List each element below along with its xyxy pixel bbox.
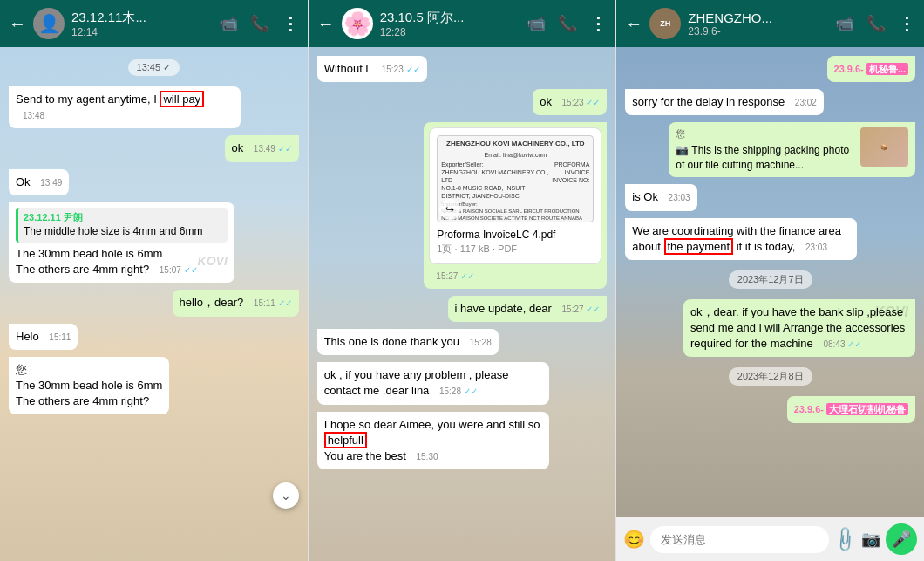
msg-row: We are coordinating with the finance are… bbox=[625, 218, 915, 260]
contact-status-3: 23.9.6- bbox=[688, 25, 828, 38]
msg-row: ZHENGZHOU KOVI MACHINERY CO., LTD Email:… bbox=[317, 122, 608, 288]
pdf-meta: 1页 · 117 kB · PDF bbox=[437, 243, 594, 256]
msg-row: This one is done thank you 15:28 bbox=[317, 329, 608, 355]
msg-row: Ok 13:49 bbox=[9, 169, 299, 195]
msg-row: 您 📷 This is the shipping packing photo o… bbox=[625, 122, 915, 177]
pink-label: 23.9.6- 机秘鲁... bbox=[834, 63, 908, 75]
msg-bubble: Ok 13:49 bbox=[9, 169, 69, 195]
msg-row: hello，dear? 15:11 ✓✓ bbox=[9, 290, 299, 316]
mic-button[interactable]: 🎤 bbox=[886, 523, 917, 555]
back-button-3[interactable]: ← bbox=[625, 14, 642, 34]
msg-row: 您 The 30mm bead hole is 6mm The others a… bbox=[9, 357, 299, 415]
msg-bubble: ok 15:23 ✓✓ bbox=[533, 89, 607, 115]
contact-status-2: 12:28 bbox=[380, 26, 520, 38]
chat-panel-2: ← 🌸 23.10.5 阿尔... 12:28 📹 📞 ⋮ Without L … bbox=[309, 0, 616, 561]
pdf-attachment[interactable]: ZHENGZHOU KOVI MACHINERY CO., LTD Email:… bbox=[429, 127, 601, 263]
msg-bubble: I hope so dear Aimee, you were and still… bbox=[317, 412, 549, 470]
message-input[interactable] bbox=[650, 526, 829, 553]
highlighted-text-payment: the payment bbox=[664, 238, 734, 255]
msg-row: Without L 15:23 ✓✓ bbox=[317, 56, 608, 82]
msg-bubble: We are coordinating with the finance are… bbox=[625, 218, 857, 260]
scroll-down-button[interactable]: ⌄ bbox=[273, 482, 299, 509]
chat-messages-1: 13:45 ✓ Send to my agent anytime, I will… bbox=[0, 47, 308, 561]
msg-bubble: Send to my agent anytime, I will pay 13:… bbox=[9, 86, 241, 128]
msg-row: ok 15:23 ✓✓ bbox=[317, 89, 608, 115]
chat-header-1: ← 👤 23.12.11木... 12:14 📹 📞 ⋮ bbox=[0, 0, 308, 47]
msg-bubble: ok 13:49 ✓✓ bbox=[225, 135, 299, 161]
msg-row: i have update, dear 15:27 ✓✓ bbox=[317, 296, 608, 322]
msg-bubble: KOVI ok，dear. if you have the bank slip … bbox=[683, 299, 915, 358]
msg-bubble-label2: 23.9.6- 大理石切割机秘鲁 bbox=[787, 396, 915, 422]
header-info-3: ZHENGZHO... 23.9.6- bbox=[688, 10, 828, 38]
msg-row: Helo 15:11 bbox=[9, 324, 299, 350]
header-info-2: 23.10.5 阿尔... 12:28 bbox=[380, 10, 520, 38]
contact-status-1: 12:14 bbox=[71, 26, 212, 38]
voice-call-icon-3[interactable]: 📞 bbox=[866, 14, 886, 33]
msg-bubble-with-image: 您 📷 This is the shipping packing photo o… bbox=[669, 122, 915, 177]
attach-button[interactable]: 📎 bbox=[830, 524, 860, 555]
msg-row: ok , if you have any problem , please co… bbox=[317, 362, 608, 404]
msg-row: Send to my agent anytime, I will pay 13:… bbox=[9, 86, 299, 128]
camera-button[interactable]: 📷 bbox=[861, 530, 880, 549]
video-call-icon-2[interactable]: 📹 bbox=[527, 14, 546, 33]
msg-row: sorry for the delay in response 23:02 bbox=[625, 89, 915, 115]
voice-call-icon-2[interactable]: 📞 bbox=[558, 14, 577, 33]
chat-messages-2: Without L 15:23 ✓✓ ok 15:23 ✓✓ ZHENGZHOU… bbox=[309, 47, 616, 561]
more-options-icon-1[interactable]: ⋮ bbox=[282, 13, 299, 34]
date-divider-dec7: 2023年12月7日 bbox=[729, 270, 812, 289]
highlighted-text: will pay bbox=[160, 91, 204, 107]
date-divider-dec8: 2023年12月8日 bbox=[729, 367, 812, 386]
system-msg-time: 13:45 ✓ bbox=[9, 56, 299, 79]
msg-row: 23.9.6- 机秘鲁... bbox=[625, 56, 915, 82]
msg-bubble: i have update, dear 15:27 ✓✓ bbox=[448, 296, 608, 322]
header-icons-2: 📹 📞 ⋮ bbox=[527, 13, 607, 34]
more-options-icon-2[interactable]: ⋮ bbox=[589, 13, 607, 34]
shipping-photo: 📦 bbox=[860, 127, 908, 167]
msg-bubble: 您 The 30mm bead hole is 6mm The others a… bbox=[9, 357, 169, 415]
back-button-1[interactable]: ← bbox=[9, 14, 26, 34]
msg-bubble: This one is done thank you 15:28 bbox=[317, 329, 499, 355]
chat-panel-3: ← ZH ZHENGZHO... 23.9.6- 📹 📞 ⋮ 23.9.6- 机… bbox=[616, 0, 924, 561]
msg-bubble: sorry for the delay in response 23:02 bbox=[625, 89, 824, 115]
msg-row: ok 13:49 ✓✓ bbox=[9, 135, 299, 161]
quoted-message: 23.12.11 尹朗 The middle hole size is 4mm … bbox=[16, 208, 228, 243]
chat-panel-1: ← 👤 23.12.11木... 12:14 📹 📞 ⋮ 13:45 ✓ Sen… bbox=[0, 0, 308, 561]
msg-row: KOVI ok，dear. if you have the bank slip … bbox=[625, 299, 915, 358]
system-msg-row: 2023年12月7日 bbox=[625, 267, 915, 292]
msg-row: is Ok 23:03 bbox=[625, 184, 915, 210]
avatar-1: 👤 bbox=[33, 8, 65, 39]
chat-input-bar-3: 😊 📎 📷 🎤 bbox=[616, 517, 924, 561]
more-options-icon-3[interactable]: ⋮ bbox=[898, 13, 915, 34]
contact-name-2: 23.10.5 阿尔... bbox=[380, 10, 520, 26]
msg-bubble: is Ok 23:03 bbox=[625, 184, 696, 210]
highlighted-text-helpfull: helpfull bbox=[324, 432, 367, 448]
voice-call-icon-1[interactable]: 📞 bbox=[250, 14, 269, 33]
msg-row: 23.12.11 尹朗 The middle hole size is 4mm … bbox=[9, 202, 299, 284]
contact-name-1: 23.12.11木... bbox=[71, 10, 212, 26]
header-icons-3: 📹 📞 ⋮ bbox=[835, 13, 915, 34]
video-call-icon-1[interactable]: 📹 bbox=[219, 14, 238, 33]
msg-row: 23.9.6- 大理石切割机秘鲁 bbox=[625, 396, 915, 422]
msg-bubble: 23.12.11 尹朗 The middle hole size is 4mm … bbox=[9, 202, 234, 284]
pdf-info: Proforma InvoiceLC 4.pdf 1页 · 117 kB · P… bbox=[437, 228, 594, 256]
msg-row: I hope so dear Aimee, you were and still… bbox=[317, 412, 608, 470]
time-divider: 13:45 ✓ bbox=[128, 59, 180, 76]
emoji-button[interactable]: 😊 bbox=[623, 529, 645, 550]
contact-name-3: ZHENGZHO... bbox=[688, 10, 828, 25]
msg-bubble: hello，dear? 15:11 ✓✓ bbox=[173, 290, 299, 316]
pdf-msg-bubble: ZHENGZHOU KOVI MACHINERY CO., LTD Email:… bbox=[424, 122, 607, 288]
system-msg-row: 2023年12月8日 bbox=[625, 364, 915, 389]
chat-messages-3: 23.9.6- 机秘鲁... sorry for the delay in re… bbox=[616, 47, 924, 517]
video-call-icon-3[interactable]: 📹 bbox=[835, 14, 854, 33]
back-button-2[interactable]: ← bbox=[317, 14, 335, 34]
pdf-preview: ZHENGZHOU KOVI MACHINERY CO., LTD Email:… bbox=[437, 135, 594, 222]
msg-bubble: ok , if you have any problem , please co… bbox=[317, 362, 549, 404]
chat-header-2: ← 🌸 23.10.5 阿尔... 12:28 📹 📞 ⋮ bbox=[309, 0, 616, 47]
chat-header-3: ← ZH ZHENGZHO... 23.9.6- 📹 📞 ⋮ bbox=[616, 0, 924, 47]
msg-bubble: Helo 15:11 bbox=[9, 324, 78, 350]
avatar-2: 🌸 bbox=[342, 8, 373, 39]
avatar-3: ZH bbox=[649, 8, 681, 39]
header-info-1: 23.12.11木... 12:14 bbox=[71, 10, 212, 38]
msg-bubble-top-label: 23.9.6- 机秘鲁... bbox=[827, 56, 915, 82]
header-icons-1: 📹 📞 ⋮ bbox=[219, 13, 299, 34]
